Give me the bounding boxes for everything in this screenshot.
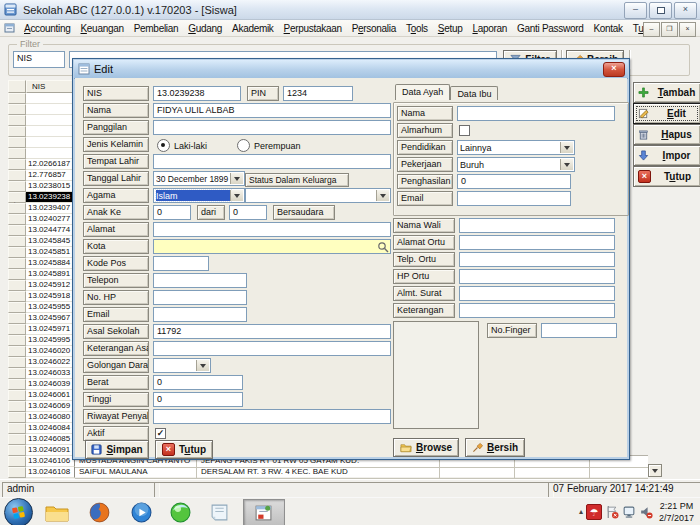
tray-expand-icon[interactable]: ▴: [579, 507, 583, 517]
penghasilan-input[interactable]: 0: [457, 174, 571, 189]
riwayat-input[interactable]: [153, 409, 391, 424]
impor-side-button[interactable]: Impor: [633, 145, 700, 166]
table-row[interactable]: 12.0266187: [8, 159, 75, 170]
edit-side-button[interactable]: Edit: [633, 103, 700, 124]
menu-item[interactable]: Keuangan: [75, 22, 128, 35]
table-row[interactable]: [8, 115, 75, 126]
nis-column-header[interactable]: NIS: [26, 80, 75, 93]
taskbar-firefox-button[interactable]: [82, 500, 116, 524]
table-row[interactable]: 13.0246091: [8, 445, 75, 456]
start-button[interactable]: [4, 498, 33, 525]
no-hp-input[interactable]: [153, 290, 247, 305]
tempat-lahir-input[interactable]: [153, 154, 391, 169]
menu-item[interactable]: Akademik: [227, 22, 279, 35]
chevron-down-icon[interactable]: [196, 360, 209, 371]
gol-darah-combobox[interactable]: [153, 358, 211, 373]
chevron-down-icon[interactable]: [376, 190, 389, 201]
table-row[interactable]: 13.0246033: [8, 368, 75, 379]
ayah-nama-input[interactable]: [457, 106, 615, 121]
table-row[interactable]: 13.0245995: [8, 335, 75, 346]
menu-item[interactable]: Personalia: [347, 22, 401, 35]
almt-surat-input[interactable]: [459, 286, 615, 301]
table-row[interactable]: 13.0246039: [8, 379, 75, 390]
email-input[interactable]: [153, 307, 247, 322]
asal-sekolah-input[interactable]: 11792: [153, 324, 391, 339]
hapus-side-button[interactable]: Hapus: [633, 124, 700, 145]
alert-flag-icon[interactable]: [605, 505, 619, 519]
almarhum-checkbox[interactable]: [459, 125, 470, 136]
anak-ke-input[interactable]: 0: [153, 205, 191, 220]
nama-wali-input[interactable]: [459, 218, 615, 233]
gender-female-option[interactable]: Perempuan: [237, 139, 301, 152]
menu-item[interactable]: Accounting: [19, 22, 75, 35]
bersih-button[interactable]: Bersih: [465, 438, 525, 457]
table-row[interactable]: 13.0246084: [8, 423, 75, 434]
table-row[interactable]: 13.0245967: [8, 313, 75, 324]
table-row[interactable]: 13.0245884: [8, 258, 75, 269]
alamat-input[interactable]: [153, 222, 391, 237]
mdi-close-button[interactable]: ×: [679, 22, 696, 37]
keterangan-asal-input[interactable]: [153, 341, 391, 356]
taskbar-clock[interactable]: 2:21 PM 2/7/2017: [659, 500, 694, 524]
table-row[interactable]: [8, 104, 75, 115]
table-row[interactable]: ▶13.0239238: [8, 192, 75, 203]
gender-male-option[interactable]: Laki-laki: [157, 139, 207, 152]
panggilan-input[interactable]: [153, 120, 391, 135]
taskbar-messenger-button[interactable]: [163, 500, 197, 524]
menu-item[interactable]: Laporan: [467, 22, 512, 35]
menu-item[interactable]: Ganti Password: [512, 22, 588, 35]
pendidikan-combobox[interactable]: Lainnya: [457, 140, 575, 155]
table-row[interactable]: 13.0245955: [8, 302, 75, 313]
table-row[interactable]: 13.0246080: [8, 412, 75, 423]
table-row[interactable]: 13.0246106: [8, 456, 75, 467]
table-row[interactable]: [8, 137, 75, 148]
alamat-ortu-input[interactable]: [459, 235, 615, 250]
minimize-button[interactable]: –: [624, 2, 647, 19]
chevron-down-icon[interactable]: [560, 142, 573, 153]
antivirus-icon[interactable]: ☂: [586, 504, 602, 520]
table-row[interactable]: [8, 126, 75, 137]
table-row[interactable]: 12.776857: [8, 170, 75, 181]
menu-item[interactable]: Setup: [433, 22, 468, 35]
no-finger-input[interactable]: [541, 323, 617, 338]
menu-item[interactable]: Pembelian: [129, 22, 184, 35]
tambah-side-button[interactable]: Tambah: [633, 82, 700, 103]
tanggal-lahir-combobox[interactable]: 30 December 1899: [153, 171, 245, 186]
taskbar-app-button[interactable]: [246, 500, 280, 524]
kode-pos-input[interactable]: [153, 256, 209, 271]
table-row[interactable]: 13.0246061: [8, 390, 75, 401]
chevron-down-icon[interactable]: [230, 173, 243, 184]
restore-button[interactable]: [649, 2, 672, 19]
telepon-input[interactable]: [153, 273, 247, 288]
simpan-button[interactable]: Simpan: [85, 440, 149, 459]
table-row[interactable]: 13.0245891: [8, 269, 75, 280]
taskbar-notes-button[interactable]: [202, 500, 236, 524]
berat-input[interactable]: 0: [153, 375, 243, 390]
tab-data-ibu[interactable]: Data Ibu: [450, 86, 498, 100]
close-button[interactable]: ×: [674, 2, 697, 19]
mdi-minimize-button[interactable]: –: [643, 22, 660, 37]
pin-input[interactable]: 1234: [283, 86, 353, 101]
tab-data-ayah[interactable]: Data Ayah: [395, 84, 450, 100]
pekerjaan-combobox[interactable]: Buruh: [457, 157, 575, 172]
dialog-close-button[interactable]: ×: [603, 62, 625, 77]
taskbar-media-player-button[interactable]: [124, 500, 158, 524]
table-row[interactable]: 13.0238015: [8, 181, 75, 192]
mdi-restore-button[interactable]: ❐: [661, 22, 678, 37]
tutup-side-button[interactable]: ×Tutup: [633, 166, 700, 187]
filter-field-selector[interactable]: NIS: [13, 51, 65, 68]
menu-item[interactable]: Kontak: [588, 22, 627, 35]
table-row[interactable]: 13.0245912: [8, 280, 75, 291]
table-row[interactable]: 13.0239407: [8, 203, 75, 214]
table-row[interactable]: 13.0245845: [8, 236, 75, 247]
table-row[interactable]: 13.0246022: [8, 357, 75, 368]
aktif-checkbox[interactable]: ✓: [155, 428, 166, 439]
status-keluarga-combobox[interactable]: [245, 188, 391, 203]
nis-input[interactable]: 13.0239238: [153, 86, 241, 101]
table-row[interactable]: [8, 148, 75, 159]
table-row[interactable]: 13.0246085: [8, 434, 75, 445]
search-icon[interactable]: [377, 241, 389, 253]
ayah-email-input[interactable]: [457, 191, 571, 206]
menu-item[interactable]: Tools: [401, 22, 433, 35]
table-row[interactable]: 13.0245971: [8, 324, 75, 335]
